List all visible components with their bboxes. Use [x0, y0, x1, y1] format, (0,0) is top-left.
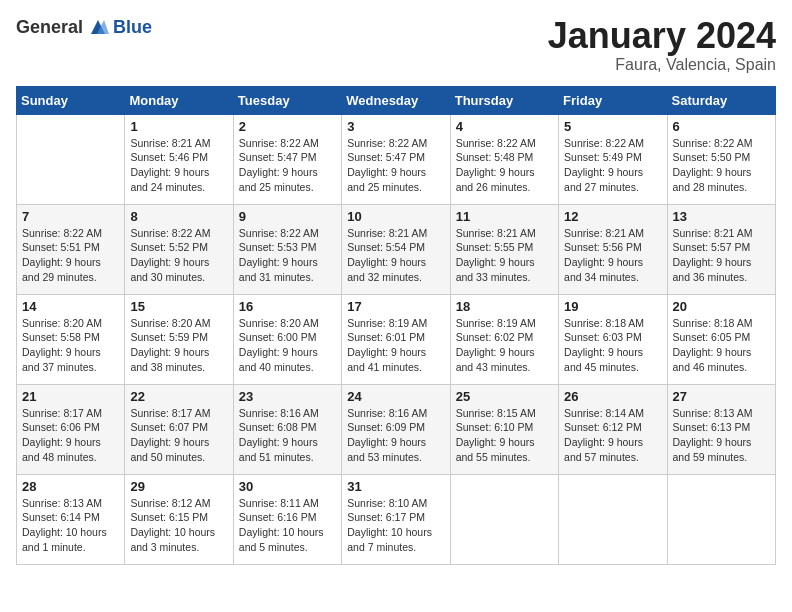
day-info: Sunrise: 8:19 AM Sunset: 6:01 PM Dayligh…	[347, 316, 444, 375]
calendar-cell: 11Sunrise: 8:21 AM Sunset: 5:55 PM Dayli…	[450, 204, 558, 294]
day-number: 12	[564, 209, 661, 224]
calendar-cell: 28Sunrise: 8:13 AM Sunset: 6:14 PM Dayli…	[17, 474, 125, 564]
day-number: 22	[130, 389, 227, 404]
day-info: Sunrise: 8:14 AM Sunset: 6:12 PM Dayligh…	[564, 406, 661, 465]
day-number: 30	[239, 479, 336, 494]
calendar-cell: 12Sunrise: 8:21 AM Sunset: 5:56 PM Dayli…	[559, 204, 667, 294]
day-number: 7	[22, 209, 119, 224]
day-number: 26	[564, 389, 661, 404]
day-number: 25	[456, 389, 553, 404]
calendar-cell: 21Sunrise: 8:17 AM Sunset: 6:06 PM Dayli…	[17, 384, 125, 474]
day-number: 10	[347, 209, 444, 224]
day-number: 15	[130, 299, 227, 314]
day-info: Sunrise: 8:19 AM Sunset: 6:02 PM Dayligh…	[456, 316, 553, 375]
calendar-cell: 22Sunrise: 8:17 AM Sunset: 6:07 PM Dayli…	[125, 384, 233, 474]
calendar-cell: 10Sunrise: 8:21 AM Sunset: 5:54 PM Dayli…	[342, 204, 450, 294]
calendar-cell: 23Sunrise: 8:16 AM Sunset: 6:08 PM Dayli…	[233, 384, 341, 474]
day-info: Sunrise: 8:21 AM Sunset: 5:46 PM Dayligh…	[130, 136, 227, 195]
day-number: 29	[130, 479, 227, 494]
day-number: 28	[22, 479, 119, 494]
day-number: 9	[239, 209, 336, 224]
day-info: Sunrise: 8:22 AM Sunset: 5:53 PM Dayligh…	[239, 226, 336, 285]
calendar-cell: 26Sunrise: 8:14 AM Sunset: 6:12 PM Dayli…	[559, 384, 667, 474]
day-number: 8	[130, 209, 227, 224]
day-info: Sunrise: 8:21 AM Sunset: 5:54 PM Dayligh…	[347, 226, 444, 285]
day-number: 18	[456, 299, 553, 314]
week-row-3: 14Sunrise: 8:20 AM Sunset: 5:58 PM Dayli…	[17, 294, 776, 384]
day-info: Sunrise: 8:21 AM Sunset: 5:56 PM Dayligh…	[564, 226, 661, 285]
day-info: Sunrise: 8:21 AM Sunset: 5:55 PM Dayligh…	[456, 226, 553, 285]
day-number: 11	[456, 209, 553, 224]
day-info: Sunrise: 8:22 AM Sunset: 5:47 PM Dayligh…	[239, 136, 336, 195]
day-info: Sunrise: 8:10 AM Sunset: 6:17 PM Dayligh…	[347, 496, 444, 555]
day-info: Sunrise: 8:20 AM Sunset: 5:59 PM Dayligh…	[130, 316, 227, 375]
day-number: 3	[347, 119, 444, 134]
day-number: 23	[239, 389, 336, 404]
calendar-cell: 4Sunrise: 8:22 AM Sunset: 5:48 PM Daylig…	[450, 114, 558, 204]
day-number: 5	[564, 119, 661, 134]
day-info: Sunrise: 8:22 AM Sunset: 5:52 PM Dayligh…	[130, 226, 227, 285]
day-info: Sunrise: 8:20 AM Sunset: 6:00 PM Dayligh…	[239, 316, 336, 375]
day-info: Sunrise: 8:22 AM Sunset: 5:49 PM Dayligh…	[564, 136, 661, 195]
day-number: 16	[239, 299, 336, 314]
logo: General Blue	[16, 16, 152, 38]
week-row-1: 1Sunrise: 8:21 AM Sunset: 5:46 PM Daylig…	[17, 114, 776, 204]
day-info: Sunrise: 8:18 AM Sunset: 6:03 PM Dayligh…	[564, 316, 661, 375]
week-row-2: 7Sunrise: 8:22 AM Sunset: 5:51 PM Daylig…	[17, 204, 776, 294]
day-number: 1	[130, 119, 227, 134]
day-number: 17	[347, 299, 444, 314]
day-info: Sunrise: 8:13 AM Sunset: 6:13 PM Dayligh…	[673, 406, 770, 465]
calendar-cell: 16Sunrise: 8:20 AM Sunset: 6:00 PM Dayli…	[233, 294, 341, 384]
weekday-header-wednesday: Wednesday	[342, 86, 450, 114]
calendar-table: SundayMondayTuesdayWednesdayThursdayFrid…	[16, 86, 776, 565]
day-info: Sunrise: 8:12 AM Sunset: 6:15 PM Dayligh…	[130, 496, 227, 555]
day-number: 19	[564, 299, 661, 314]
weekday-header-row: SundayMondayTuesdayWednesdayThursdayFrid…	[17, 86, 776, 114]
day-info: Sunrise: 8:22 AM Sunset: 5:51 PM Dayligh…	[22, 226, 119, 285]
calendar-cell: 17Sunrise: 8:19 AM Sunset: 6:01 PM Dayli…	[342, 294, 450, 384]
weekday-header-tuesday: Tuesday	[233, 86, 341, 114]
location: Faura, Valencia, Spain	[548, 56, 776, 74]
day-number: 2	[239, 119, 336, 134]
day-info: Sunrise: 8:17 AM Sunset: 6:07 PM Dayligh…	[130, 406, 227, 465]
calendar-cell	[667, 474, 775, 564]
weekday-header-friday: Friday	[559, 86, 667, 114]
calendar-cell: 30Sunrise: 8:11 AM Sunset: 6:16 PM Dayli…	[233, 474, 341, 564]
calendar-cell: 29Sunrise: 8:12 AM Sunset: 6:15 PM Dayli…	[125, 474, 233, 564]
calendar-cell: 9Sunrise: 8:22 AM Sunset: 5:53 PM Daylig…	[233, 204, 341, 294]
title-block: January 2024 Faura, Valencia, Spain	[548, 16, 776, 74]
calendar-cell: 18Sunrise: 8:19 AM Sunset: 6:02 PM Dayli…	[450, 294, 558, 384]
calendar-cell: 5Sunrise: 8:22 AM Sunset: 5:49 PM Daylig…	[559, 114, 667, 204]
calendar-cell: 25Sunrise: 8:15 AM Sunset: 6:10 PM Dayli…	[450, 384, 558, 474]
calendar-cell: 19Sunrise: 8:18 AM Sunset: 6:03 PM Dayli…	[559, 294, 667, 384]
day-info: Sunrise: 8:22 AM Sunset: 5:50 PM Dayligh…	[673, 136, 770, 195]
week-row-5: 28Sunrise: 8:13 AM Sunset: 6:14 PM Dayli…	[17, 474, 776, 564]
day-info: Sunrise: 8:11 AM Sunset: 6:16 PM Dayligh…	[239, 496, 336, 555]
calendar-cell: 6Sunrise: 8:22 AM Sunset: 5:50 PM Daylig…	[667, 114, 775, 204]
weekday-header-saturday: Saturday	[667, 86, 775, 114]
day-number: 6	[673, 119, 770, 134]
weekday-header-monday: Monday	[125, 86, 233, 114]
calendar-cell: 1Sunrise: 8:21 AM Sunset: 5:46 PM Daylig…	[125, 114, 233, 204]
calendar-cell: 15Sunrise: 8:20 AM Sunset: 5:59 PM Dayli…	[125, 294, 233, 384]
day-info: Sunrise: 8:20 AM Sunset: 5:58 PM Dayligh…	[22, 316, 119, 375]
calendar-cell: 27Sunrise: 8:13 AM Sunset: 6:13 PM Dayli…	[667, 384, 775, 474]
calendar-cell: 7Sunrise: 8:22 AM Sunset: 5:51 PM Daylig…	[17, 204, 125, 294]
day-number: 27	[673, 389, 770, 404]
week-row-4: 21Sunrise: 8:17 AM Sunset: 6:06 PM Dayli…	[17, 384, 776, 474]
day-number: 4	[456, 119, 553, 134]
calendar-cell	[17, 114, 125, 204]
day-number: 14	[22, 299, 119, 314]
day-number: 13	[673, 209, 770, 224]
day-info: Sunrise: 8:13 AM Sunset: 6:14 PM Dayligh…	[22, 496, 119, 555]
month-title: January 2024	[548, 16, 776, 56]
calendar-cell: 20Sunrise: 8:18 AM Sunset: 6:05 PM Dayli…	[667, 294, 775, 384]
calendar-cell: 2Sunrise: 8:22 AM Sunset: 5:47 PM Daylig…	[233, 114, 341, 204]
day-info: Sunrise: 8:16 AM Sunset: 6:08 PM Dayligh…	[239, 406, 336, 465]
calendar-cell: 24Sunrise: 8:16 AM Sunset: 6:09 PM Dayli…	[342, 384, 450, 474]
logo-icon	[87, 16, 109, 38]
weekday-header-sunday: Sunday	[17, 86, 125, 114]
day-info: Sunrise: 8:22 AM Sunset: 5:47 PM Dayligh…	[347, 136, 444, 195]
day-number: 31	[347, 479, 444, 494]
day-info: Sunrise: 8:18 AM Sunset: 6:05 PM Dayligh…	[673, 316, 770, 375]
